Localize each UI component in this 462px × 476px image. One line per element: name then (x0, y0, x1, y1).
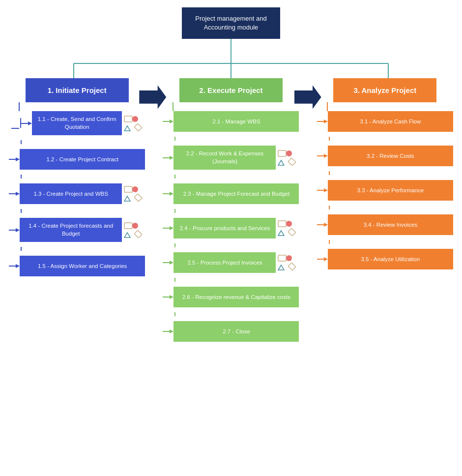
execute-connector-top (161, 102, 301, 111)
top-connectors (0, 39, 462, 78)
svg-marker-8 (28, 121, 32, 125)
initiate-connector-top (7, 102, 147, 111)
root-node: Project management and Accounting module (182, 7, 280, 39)
phase-header-analyze: 3. Analyze Project (333, 78, 436, 102)
item-box-1-1: 1.1 - Create, Send and Confirm Quotation (32, 111, 122, 135)
item-row-1-4: 1.4 - Create Project forecasts and Budge… (9, 218, 145, 242)
item-row-2-4: 2.4 - Procure products and Services (163, 218, 299, 238)
item-row-1-3: 1.3 - Create Project and WBS (9, 183, 145, 204)
item-box-1-3: 1.3 - Create Project and WBS (20, 183, 122, 204)
svg-rect-12 (134, 123, 142, 131)
process-icon-2-5 (277, 253, 299, 272)
phase-label-execute: 2. Execute Project (199, 86, 262, 94)
process-icon-2-4 (277, 219, 299, 238)
item-row-3-1: 3.1 - Analyze Cash Flow (317, 111, 453, 132)
item-row-3-2: 3.2 - Review Costs (317, 146, 453, 166)
svg-rect-59 (289, 263, 296, 271)
svg-point-20 (132, 186, 138, 192)
item-row-1-1: 1.1 - Create, Send and Confirm Quotation (9, 111, 145, 135)
col-analyze: 3. Analyze Project 3.1 - Analyze Cash Fl… (315, 78, 455, 269)
item-row-2-7: 2.7 - Close (163, 321, 299, 342)
svg-marker-11 (124, 126, 130, 131)
svg-marker-55 (170, 261, 173, 265)
svg-point-57 (286, 255, 292, 261)
svg-marker-51 (278, 231, 284, 236)
phase-header-initiate: 1. Initiate Project (26, 78, 129, 102)
diagram-container: Project management and Accounting module… (0, 0, 462, 342)
item-row-2-6: 2.6 - Recognize revenue & Capitalize cos… (163, 287, 299, 307)
item-box-2-7: 2.7 - Close (173, 321, 299, 342)
svg-marker-38 (170, 156, 173, 160)
item-row-1-5: 1.5 - Assign Worker and Categories (9, 256, 145, 276)
svg-marker-71 (324, 154, 328, 158)
item-row-2-2: 2.2 - Record Work & Expenses (Journals) (163, 146, 299, 170)
svg-marker-80 (324, 257, 328, 261)
phase-header-execute: 2. Execute Project (179, 78, 283, 102)
svg-marker-68 (324, 119, 328, 123)
svg-rect-39 (278, 150, 286, 156)
svg-rect-19 (124, 186, 132, 192)
root-title: Project management and Accounting module (195, 15, 266, 31)
svg-marker-32 (16, 264, 20, 268)
svg-rect-42 (289, 158, 296, 166)
svg-point-50 (286, 221, 292, 227)
svg-marker-35 (170, 119, 173, 123)
item-box-2-3: 2.3 - Manage Project Forecast and Budget (173, 183, 299, 204)
process-icon-1-4 (123, 221, 145, 239)
item-box-2-6: 2.6 - Recognize revenue & Capitalize cos… (173, 287, 299, 307)
col-execute: 2. Execute Project 2.1 - Manage WBS (161, 78, 301, 342)
analyze-connector-top (315, 102, 455, 111)
col-initiate: 1. Initiate Project (7, 78, 147, 276)
item-box-3-2: 3.2 - Review Costs (328, 146, 453, 166)
item-box-1-5: 1.5 - Assign Worker and Categories (20, 256, 145, 276)
item-row-3-5: 3.5 - Analyze Utilization (317, 249, 453, 269)
item-box-1-2: 1.2 - Create Project Contract (20, 149, 145, 170)
svg-rect-49 (278, 221, 286, 227)
svg-marker-77 (324, 223, 328, 227)
svg-marker-25 (16, 228, 20, 232)
initiate-items: 1.1 - Create, Send and Confirm Quotation (7, 111, 147, 276)
execute-items: 2.1 - Manage WBS 2.2 - Record Work & Exp… (161, 111, 301, 342)
svg-marker-21 (124, 196, 130, 201)
item-box-1-4: 1.4 - Create Project forecasts and Budge… (20, 218, 122, 242)
svg-rect-52 (289, 229, 296, 237)
svg-rect-6 (11, 128, 19, 129)
analyze-items: 3.1 - Analyze Cash Flow 3.2 - Review Cos… (315, 111, 455, 269)
process-icon-1-3 (123, 184, 145, 203)
item-box-2-5: 2.5 - Process Project Invoices (173, 252, 276, 273)
svg-marker-48 (170, 226, 173, 230)
item-box-3-1: 3.1 - Analyze Cash Flow (328, 111, 453, 132)
svg-rect-22 (134, 194, 142, 202)
process-icon-2-2 (277, 149, 299, 167)
item-box-2-4: 2.4 - Procure products and Services (173, 218, 276, 238)
phase-label-initiate: 1. Initiate Project (48, 86, 107, 94)
item-row-3-4: 3.4 - Review Invoices (317, 214, 453, 235)
item-row-2-5: 2.5 - Process Project Invoices (163, 252, 299, 273)
columns-row: 1. Initiate Project (0, 78, 462, 342)
svg-point-10 (132, 116, 138, 122)
svg-marker-41 (278, 160, 284, 165)
svg-rect-56 (278, 255, 286, 261)
svg-marker-65 (170, 329, 173, 333)
svg-marker-58 (278, 265, 284, 270)
process-icon-1-1 (123, 114, 145, 133)
svg-point-40 (286, 150, 292, 156)
svg-rect-29 (134, 230, 142, 238)
item-box-2-1: 2.1 - Manage WBS (173, 111, 299, 132)
item-row-1-2: 1.2 - Create Project Contract (9, 149, 145, 170)
svg-point-27 (132, 223, 138, 229)
svg-marker-74 (324, 188, 328, 192)
item-row-3-3: 3.3 - Analyze Performance (317, 180, 453, 201)
svg-rect-26 (124, 223, 132, 229)
item-box-2-2: 2.2 - Record Work & Expenses (Journals) (173, 146, 276, 170)
item-box-3-5: 3.5 - Analyze Utilization (328, 249, 453, 269)
item-box-3-3: 3.3 - Analyze Performance (328, 180, 453, 201)
svg-marker-15 (16, 157, 20, 161)
svg-marker-18 (16, 192, 20, 196)
svg-marker-62 (170, 295, 173, 299)
svg-rect-9 (124, 116, 132, 122)
svg-marker-28 (124, 233, 130, 238)
phase-label-analyze: 3. Analyze Project (353, 86, 416, 94)
svg-marker-45 (170, 192, 173, 196)
item-box-3-4: 3.4 - Review Invoices (328, 214, 453, 235)
